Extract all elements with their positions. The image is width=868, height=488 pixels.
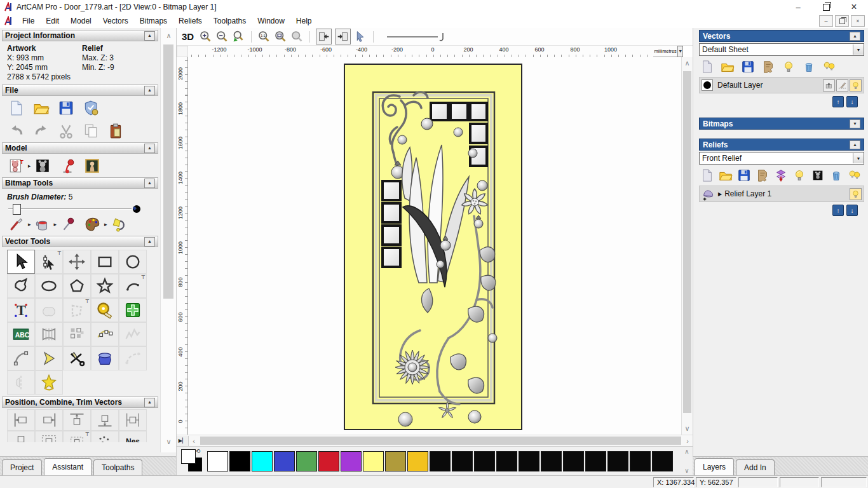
tab-assistant[interactable]: Assistant xyxy=(44,458,92,475)
delete-trash-button[interactable] xyxy=(829,168,843,182)
flood-fill-button[interactable] xyxy=(111,216,127,233)
move-layer-down-button[interactable]: ↓ xyxy=(846,205,858,216)
restore-button[interactable] xyxy=(812,0,840,14)
flyout-arrow-icon[interactable]: ▸ xyxy=(54,221,57,227)
transform-vectors-tool[interactable] xyxy=(63,250,91,274)
collapse-button[interactable]: ▲ xyxy=(144,179,155,188)
expand-arrow-icon[interactable]: ▶ xyxy=(718,191,722,197)
zoom-fit-button[interactable] xyxy=(274,30,287,43)
palette-swatch-3[interactable] xyxy=(274,451,295,471)
layer-colour-box[interactable] xyxy=(702,79,713,91)
collapse-button[interactable]: ▲ xyxy=(144,31,155,41)
palette-swatch-0[interactable] xyxy=(207,451,228,471)
toggle-bitmap-button[interactable] xyxy=(316,29,332,44)
scroll-up-icon[interactable]: ∧ xyxy=(161,32,177,40)
collapse-button[interactable]: ▲ xyxy=(144,398,155,407)
layer-visibility-button[interactable] xyxy=(850,79,862,92)
zoom-in-button[interactable] xyxy=(199,30,212,43)
primary-secondary-colours[interactable]: ⟲ xyxy=(181,449,205,473)
scrollbar-thumb[interactable] xyxy=(683,71,691,413)
collapse-button[interactable]: ▲ xyxy=(144,237,155,247)
open-model-button[interactable] xyxy=(33,100,50,116)
drawing-viewport[interactable] xyxy=(188,57,681,435)
join-vectors-tool[interactable] xyxy=(35,346,63,370)
align-bottom-tool[interactable] xyxy=(91,409,119,431)
tab-add-in[interactable]: Add In xyxy=(736,459,775,475)
menu-help[interactable]: Help xyxy=(290,17,318,25)
greyscale-from-model-button[interactable]: T xyxy=(8,158,25,174)
line-style-control[interactable] xyxy=(386,30,447,43)
vector-layer-row[interactable]: Default Layer xyxy=(699,77,864,93)
palette-swatch-16[interactable] xyxy=(563,451,584,471)
scroll-down-icon[interactable]: ∨ xyxy=(161,438,177,446)
load-bitmap-button[interactable] xyxy=(84,158,100,174)
palette-swatch-6[interactable] xyxy=(341,451,362,471)
menu-edit[interactable]: Edit xyxy=(40,17,65,25)
primary-colour-swatch[interactable] xyxy=(181,449,196,464)
sheet-combobox[interactable]: Default Sheet ▼ xyxy=(699,43,864,56)
3d-view-button[interactable]: 3D xyxy=(182,31,194,42)
collapse-button[interactable]: ▲ xyxy=(850,140,860,149)
expand-button[interactable]: ▼ xyxy=(850,119,860,128)
palette-button[interactable] xyxy=(85,216,101,233)
minimize-button[interactable]: – xyxy=(784,0,812,14)
mdi-restore-button[interactable] xyxy=(835,15,849,27)
create-rectangle-tool[interactable] xyxy=(91,250,119,274)
chevron-down-icon[interactable]: ▼ xyxy=(853,44,864,55)
create-star-tool[interactable] xyxy=(91,274,119,298)
relief-combobox[interactable]: Front Relief ▼ xyxy=(699,152,864,165)
palette-swatch-15[interactable] xyxy=(541,451,562,471)
menu-model[interactable]: Model xyxy=(65,17,97,25)
palette-swatch-12[interactable] xyxy=(474,451,495,471)
envelope-distortion-tool[interactable] xyxy=(35,322,63,346)
palette-swatch-8[interactable] xyxy=(385,451,406,471)
vector-doctor-tool[interactable] xyxy=(35,370,63,395)
align-right-tool[interactable] xyxy=(35,409,63,431)
palette-swatch-17[interactable] xyxy=(585,451,606,471)
layer-snap-button[interactable] xyxy=(836,79,848,92)
menu-window[interactable]: Window xyxy=(252,17,290,25)
align-left-tool[interactable] xyxy=(7,409,35,431)
cut-vectors-tool[interactable] xyxy=(63,346,91,370)
toggle-vector-button[interactable] xyxy=(335,29,351,44)
model-properties-button[interactable] xyxy=(83,100,99,116)
bulb-button[interactable] xyxy=(792,168,806,182)
document-icon[interactable] xyxy=(4,16,14,26)
text-in-a-box-tool[interactable]: ABC xyxy=(7,322,35,346)
menu-reliefs[interactable]: Reliefs xyxy=(173,17,208,25)
palette-swatch-7[interactable] xyxy=(363,451,384,471)
scroll-up-icon[interactable]: ∧ xyxy=(682,59,693,67)
import-paper-button[interactable] xyxy=(761,60,775,74)
align-contour-tool[interactable]: ⊤ xyxy=(63,431,91,442)
open-model-button[interactable] xyxy=(719,168,733,182)
create-ellipse-tool[interactable] xyxy=(35,274,63,298)
layer-visibility-button[interactable] xyxy=(850,188,862,200)
measure-tool-tool[interactable] xyxy=(91,298,119,322)
import-paper-button[interactable] xyxy=(756,168,770,182)
collapse-button[interactable]: ▲ xyxy=(850,32,860,41)
nesting-tool[interactable]: Nes xyxy=(119,431,147,442)
render-model-button[interactable] xyxy=(59,158,76,174)
palette-swatch-10[interactable] xyxy=(430,451,451,471)
zoom-previous-button[interactable] xyxy=(232,30,245,43)
units-dropdown-button[interactable]: ▼ xyxy=(677,46,683,57)
layer-merge-button[interactable] xyxy=(823,79,835,92)
menu-toolpaths[interactable]: Toolpaths xyxy=(208,17,252,25)
redo-button[interactable] xyxy=(33,123,50,139)
scroll-up-icon[interactable]: ∧ xyxy=(684,448,689,455)
tab-toolpaths[interactable]: Toolpaths xyxy=(93,459,142,475)
paste-along-curve-tool[interactable] xyxy=(91,322,119,346)
copy-button[interactable] xyxy=(83,123,99,139)
new-layer-button[interactable] xyxy=(700,168,714,182)
offset-vectors-tool[interactable] xyxy=(119,298,147,322)
scrollbar-thumb[interactable] xyxy=(200,437,681,445)
block-copy-tool[interactable] xyxy=(63,322,91,346)
weld-vectors-tool[interactable] xyxy=(35,298,63,322)
bulbs-button[interactable] xyxy=(822,60,836,74)
scroll-right-icon[interactable]: › xyxy=(682,437,693,445)
close-button[interactable]: × xyxy=(840,0,868,14)
pan-page-button[interactable]: ▶▏ xyxy=(177,436,189,446)
create-circle-tool[interactable] xyxy=(119,250,147,274)
palette-swatch-11[interactable] xyxy=(452,451,473,471)
flyout-arrow-icon[interactable]: ▸ xyxy=(28,163,31,169)
